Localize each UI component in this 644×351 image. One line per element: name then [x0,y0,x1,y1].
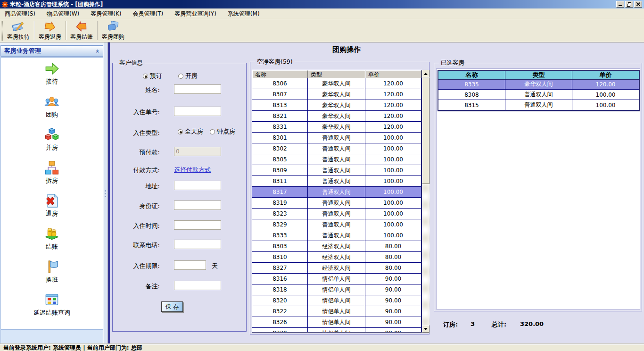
sidebar-item[interactable]: 团购 [44,93,60,125]
available-room-row[interactable]: 8320情侣单人间90.00 [252,295,421,306]
toolbar-button[interactable]: 客房退房 [35,19,65,42]
stay-type-label: 入住类型: [113,129,160,137]
room-name-cell: 8307 [252,89,308,100]
available-room-row[interactable]: 8305普通双人间100.00 [252,154,421,165]
save-button[interactable]: 保 存 [161,301,183,312]
sidebar-item[interactable]: 拆房 [44,159,60,192]
scroll-up-icon[interactable] [422,70,429,77]
sidebar-item[interactable]: 换班 [44,259,60,291]
room-type-cell: 普通双人间 [308,219,365,230]
room-name-cell: 8318 [252,284,308,295]
booking-radio[interactable] [143,74,148,79]
available-room-row[interactable]: 8316情侣单人间90.00 [252,274,421,284]
room-price-cell: 100.00 [365,133,421,143]
remark-field[interactable] [174,281,221,290]
minimize-button[interactable] [616,1,624,8]
scrollbar-thumb[interactable] [422,77,429,184]
sidebar-item[interactable]: 结账 [44,226,60,258]
toolbar-button-label: 客房团购 [102,33,124,41]
stay-type-row: 入住类型: 全天房 钟点房 [113,127,246,138]
toolbar-button[interactable]: 客房团购 [98,19,128,42]
menu-item[interactable]: 物品管理(W) [47,10,79,18]
available-room-row[interactable]: 8311普通双人间100.00 [252,176,421,187]
available-room-row[interactable]: 8327经济双人间80.00 [252,263,421,274]
choose-payment-link[interactable]: 选择付款方式 [174,166,211,174]
sidebar-item[interactable]: 退房 [44,192,60,225]
available-room-row[interactable]: 8329普通双人间100.00 [252,219,421,230]
close-button[interactable] [634,1,642,8]
available-room-row[interactable]: 8310经济双人间80.00 [252,252,421,263]
available-room-row[interactable]: 8319普通双人间100.00 [252,198,421,209]
available-room-row[interactable]: 8313豪华双人间120.00 [252,100,421,111]
room-name-cell: 8306 [252,78,308,89]
address-field[interactable] [174,181,221,190]
room-price-cell: 80.00 [365,252,421,262]
column-header-type: 类型 [505,71,572,80]
available-room-row[interactable]: 8318情侣单人间90.00 [252,284,421,295]
room-name-cell: 8303 [252,241,308,251]
available-rooms-rows: 8306豪华双人间120.008307豪华双人间120.008313豪华双人间1… [252,78,421,333]
available-room-row[interactable]: 8333普通双人间100.00 [252,230,421,241]
selected-room-row[interactable]: 8335豪华双人间120.00 [438,79,639,90]
menu-item[interactable]: 商品管理(S) [5,10,35,18]
available-room-row[interactable]: 8302普通双人间100.00 [252,143,421,154]
page-title: 团购操作 [299,45,394,54]
room-group-buy-icon [106,20,120,33]
room-name-cell: 8327 [252,263,308,273]
sidebar-header-label: 客房业务管理 [4,47,41,55]
available-room-row[interactable]: 8322情侣单人间90.00 [252,306,421,317]
menu-item[interactable]: 客房营业查询(Y) [174,10,216,18]
room-price-cell: 90.00 [365,295,421,306]
restore-button[interactable] [625,1,633,8]
order-no-field[interactable] [174,107,221,116]
hourly-radio[interactable] [210,129,215,134]
name-field[interactable] [174,84,221,94]
id-card-field[interactable] [174,201,221,210]
duration-field[interactable] [174,260,206,270]
collapse-chevron-icon[interactable]: « [94,49,101,53]
available-room-row[interactable]: 8321豪华双人间120.00 [252,111,421,122]
room-price-cell: 100.00 [365,219,421,230]
selected-room-row[interactable]: 8315普通双人间100.00 [438,100,639,110]
room-type-cell: 普通双人间 [308,176,365,186]
open-room-radio-label: 开房 [185,72,198,79]
room-price-cell: 100.00 [572,90,639,100]
available-room-row[interactable]: 8309普通双人间100.00 [252,165,421,176]
menu-item[interactable]: 系统管理(M) [228,10,260,18]
hourly-radio-label: 钟点房 [217,128,235,135]
toolbar-separator [34,21,34,40]
available-room-row[interactable]: 8307豪华双人间120.00 [252,89,421,100]
room-name-cell: 8316 [252,274,308,284]
sidebar-item[interactable]: 接待 [44,60,60,92]
checkin-time-field[interactable] [174,220,221,230]
room-checkout-icon [43,20,57,33]
selected-room-row[interactable]: 8308普通双人间100.00 [438,90,639,100]
available-rooms-scrollbar[interactable] [422,70,429,333]
room-price-cell: 120.00 [365,122,421,132]
panel-splitter[interactable] [104,42,107,344]
open-room-radio[interactable] [178,74,183,79]
available-room-row[interactable]: 8303经济双人间80.00 [252,241,421,252]
menu-item[interactable]: 会员管理(T) [132,10,163,18]
full-day-radio[interactable] [178,129,183,134]
available-room-row[interactable]: 8317普通双人间100.00 [252,187,421,198]
room-type-cell: 情侣单人间 [308,306,365,317]
sidebar-item[interactable]: 并房 [44,126,60,159]
available-room-row[interactable]: 8331豪华双人间120.00 [252,122,421,133]
available-room-row[interactable]: 8323普通双人间100.00 [252,209,421,219]
available-room-row[interactable]: 8301普通双人间100.00 [252,133,421,143]
billing-coins-icon [44,226,60,242]
sidebar-header[interactable]: 客房业务管理 « [0,45,103,57]
available-room-row[interactable]: 8306豪华双人间120.00 [252,78,421,89]
toolbar-button[interactable]: 客房结账 [66,19,97,42]
room-type-cell: 情侣单人间 [308,284,365,295]
toolbar-separator [66,21,66,40]
shift-flag-icon [44,259,60,275]
menu-item[interactable]: 客房管理(K) [91,10,121,18]
phone-field[interactable] [174,240,221,249]
prepay-row: 预付款: [113,147,246,157]
phone-label: 联系电话: [113,241,160,250]
toolbar-separator [97,21,98,40]
sidebar-item[interactable]: 延迟结账查询 [33,292,70,324]
toolbar-button[interactable]: 客房接待 [3,19,33,42]
